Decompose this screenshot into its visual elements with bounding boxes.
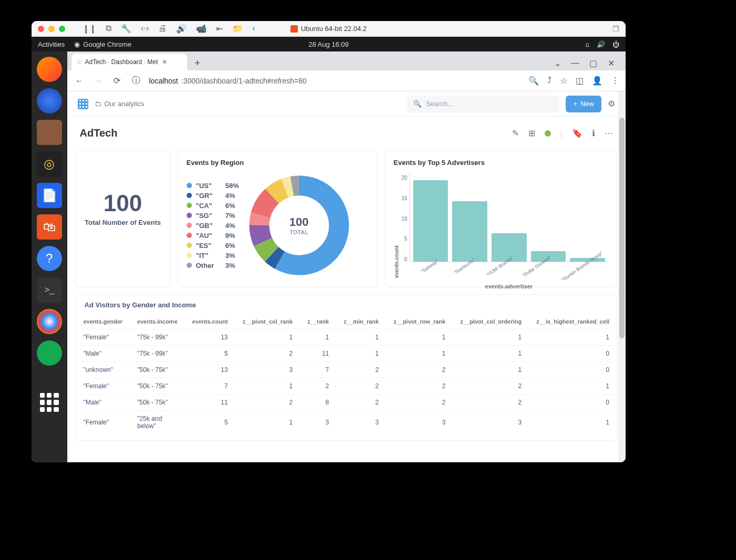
folder-icon[interactable]: 📁	[232, 24, 243, 34]
more-icon[interactable]: ⋯	[605, 128, 613, 138]
favicon-icon: ⁝⁝	[77, 58, 81, 66]
google-chrome-icon[interactable]	[37, 309, 62, 334]
bar[interactable]	[413, 180, 448, 262]
chrome-menu-icon[interactable]: ⋮	[611, 76, 619, 86]
tab-close-icon[interactable]: ✕	[162, 58, 167, 66]
ubuntu-dock: ◎ 📄 🛍 ? >_	[32, 51, 67, 462]
nav-reload-icon[interactable]: ⟳	[111, 75, 123, 87]
pause-icon[interactable]: ❙❙	[83, 24, 96, 34]
vm-window: ❙❙ ⧉ 🔧 ‹·› 🖨 🔊 📹 ⇤ 📁 ‹ Ubuntu 64-bit 22.…	[32, 21, 626, 462]
tab-strip: ⁝⁝ AdTech · Dashboard · Met ✕ + ⌄ — ▢ ✕	[67, 51, 626, 70]
clock[interactable]: 28 Aug 16:09	[309, 40, 349, 48]
plus-icon: +	[573, 100, 577, 108]
bookmark-dash-icon[interactable]: 🔖	[572, 128, 582, 138]
window-minimize-icon[interactable]: —	[568, 56, 582, 70]
tab-dropdown-icon[interactable]: ⌄	[550, 56, 565, 70]
thunderbird-icon[interactable]	[37, 88, 62, 113]
mongodb-icon[interactable]	[37, 340, 62, 366]
sidepanel-icon[interactable]: ◫	[576, 76, 584, 86]
window-maximize-icon[interactable]: ▢	[586, 56, 600, 70]
card-top-advertisers[interactable]: Events by Top 5 Advertisers events.count…	[385, 150, 618, 287]
ubuntu-software-icon[interactable]: 🛍	[37, 214, 62, 240]
auto-refresh-icon[interactable]	[545, 130, 551, 137]
legend-item[interactable]: "IT"3%	[187, 251, 239, 261]
bookmark-icon[interactable]: ☆	[560, 76, 567, 86]
network-icon[interactable]: ⩍	[586, 40, 589, 48]
zoom-icon[interactable]: 🔍	[528, 76, 539, 86]
card-events-by-region[interactable]: Events by Region "US"58%"GR"4%"CA"6%"SG"…	[178, 150, 377, 287]
legend-item[interactable]: Other3%	[187, 261, 239, 271]
add-card-icon[interactable]: ⊞	[528, 128, 535, 138]
url-display[interactable]: localhost:3000/dashboard/1-adtech#refres…	[149, 77, 307, 85]
terminal-icon[interactable]: >_	[37, 277, 62, 303]
libreoffice-writer-icon[interactable]: 📄	[37, 183, 62, 208]
mac-titlebar: ❙❙ ⧉ 🔧 ‹·› 🖨 🔊 📹 ⇤ 📁 ‹ Ubuntu 64-bit 22.…	[32, 21, 626, 37]
active-app[interactable]: ◉ Google Chrome	[74, 40, 131, 48]
card-ad-visitors[interactable]: Ad Visitors by Gender and Income events.…	[76, 294, 618, 441]
mac-close-icon[interactable]	[38, 26, 44, 32]
site-info-icon[interactable]: ⓘ	[130, 75, 142, 87]
new-button[interactable]: + New	[566, 96, 601, 112]
help-icon[interactable]: ?	[37, 246, 62, 271]
legend-item[interactable]: "ES"6%	[187, 241, 239, 251]
code-icon[interactable]: ‹·›	[141, 24, 149, 34]
scrollbar-thumb[interactable]	[619, 118, 625, 338]
legend-item[interactable]: "GR"4%	[187, 191, 239, 201]
search-icon: 🔍	[413, 100, 422, 108]
table-row[interactable]: "unknown""50k - 75k"13372210	[76, 362, 617, 378]
metabase-logo-icon[interactable]	[78, 99, 88, 109]
card-total-events[interactable]: 100 Total Number of Events	[76, 150, 170, 287]
table-row[interactable]: "Female""75k - 99k"13111111	[76, 329, 617, 346]
volume-icon[interactable]: 🔊	[597, 40, 605, 48]
window-close-icon[interactable]: ✕	[604, 56, 618, 70]
show-apps-icon[interactable]	[40, 393, 59, 412]
scrollbar[interactable]	[618, 91, 626, 462]
files-icon[interactable]	[37, 120, 62, 145]
bar[interactable]	[452, 201, 487, 262]
table-row[interactable]: "Male""50k - 75k"11282220	[76, 395, 617, 411]
dashboard-header: AdTech ✎ ⊞ | 🔖 ℹ ⋯	[67, 117, 626, 150]
table-row[interactable]: "Male""75k - 99k"52111110	[76, 346, 617, 362]
share-icon[interactable]: ⤴	[547, 76, 551, 86]
power-icon[interactable]: ⏻	[612, 40, 619, 48]
search-input[interactable]: 🔍 Search...	[407, 96, 559, 112]
table-row[interactable]: "Female""25k and below"5133331	[76, 411, 617, 434]
camera-icon[interactable]: 📹	[196, 24, 207, 34]
firefox-icon[interactable]	[37, 57, 62, 82]
back-icon[interactable]: ‹	[252, 24, 255, 34]
sound-icon[interactable]: 🔊	[176, 24, 187, 34]
nav-forward-icon[interactable]: →	[93, 75, 104, 87]
snapshot-icon[interactable]: ⧉	[106, 24, 111, 34]
window-mode-icon[interactable]: ❐	[612, 25, 619, 33]
chrome-window: ⁝⁝ AdTech · Dashboard · Met ✕ + ⌄ — ▢ ✕ …	[67, 51, 626, 462]
info-icon[interactable]: ℹ	[592, 128, 595, 138]
page-content: 🗀 Our analytics 🔍 Search... + New ⚙ AdTe…	[67, 91, 626, 462]
region-legend: "US"58%"GR"4%"CA"6%"SG"7%"GB"4%"AU"9%"ES…	[187, 181, 239, 271]
transfer-icon[interactable]: ⇤	[216, 24, 223, 34]
legend-item[interactable]: "GB"4%	[187, 221, 239, 231]
browser-tab[interactable]: ⁝⁝ AdTech · Dashboard · Met ✕	[71, 54, 187, 70]
profile-icon[interactable]: 👤	[592, 76, 602, 86]
edit-icon[interactable]: ✎	[512, 128, 519, 138]
bar-chart	[410, 173, 608, 262]
mac-zoom-icon[interactable]	[59, 26, 65, 32]
legend-item[interactable]: "AU"9%	[187, 231, 239, 241]
new-tab-button[interactable]: +	[190, 56, 205, 70]
nav-back-icon[interactable]: ←	[74, 75, 85, 87]
rhythmbox-icon[interactable]: ◎	[37, 151, 62, 177]
mac-minimize-icon[interactable]	[48, 26, 55, 32]
breadcrumb[interactable]: 🗀 Our analytics	[95, 100, 145, 108]
gnome-top-bar: Activities ◉ Google Chrome 28 Aug 16:09 …	[32, 37, 626, 51]
gear-icon[interactable]: ⚙	[608, 99, 615, 109]
table-row[interactable]: "Female""50k - 75k"7122221	[76, 378, 617, 395]
printer-icon[interactable]: 🖨	[158, 24, 167, 34]
legend-item[interactable]: "CA"6%	[187, 201, 239, 211]
data-table: events.genderevents.incomeevents.countz_…	[76, 314, 617, 434]
donut-chart: 100 TOTAL	[247, 173, 352, 278]
legend-item[interactable]: "US"58%	[187, 181, 239, 191]
page-title: AdTech	[80, 127, 118, 139]
total-value: 100	[85, 190, 161, 216]
activities-button[interactable]: Activities	[38, 40, 65, 48]
legend-item[interactable]: "SG"7%	[187, 211, 239, 221]
wrench-icon[interactable]: 🔧	[121, 24, 131, 34]
